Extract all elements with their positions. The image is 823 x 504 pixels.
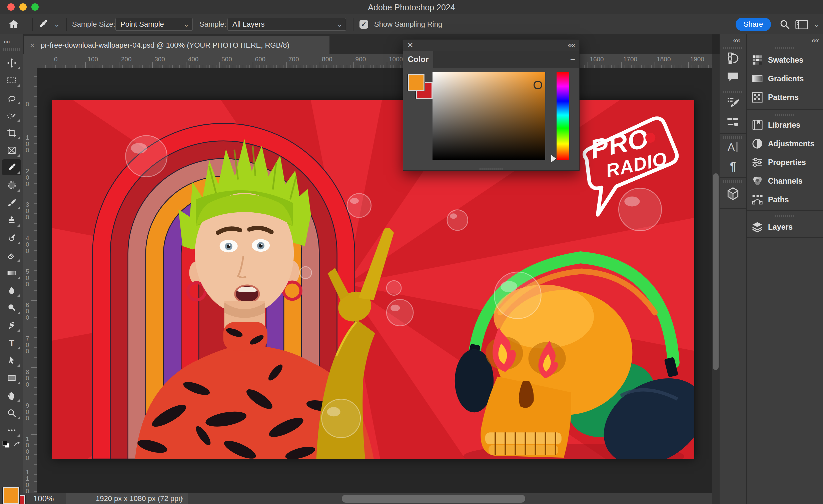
tool-clone-stamp[interactable] bbox=[2, 212, 21, 228]
color-field-marker[interactable] bbox=[533, 81, 542, 89]
panel-button-libraries[interactable]: Libraries bbox=[747, 116, 823, 134]
character-panel-icon[interactable]: A bbox=[726, 140, 739, 155]
ruler-tick bbox=[34, 377, 37, 378]
close-panel-icon[interactable]: ✕ bbox=[407, 41, 413, 50]
eyedropper-tool-preview-icon[interactable] bbox=[37, 18, 49, 31]
panel-button-channels[interactable]: Channels bbox=[747, 172, 823, 190]
group-grip[interactable] bbox=[723, 91, 743, 93]
ruler-tick bbox=[34, 83, 37, 83]
ruler-label: 6 0 0 bbox=[26, 302, 29, 321]
status-chevron-icon[interactable]: › bbox=[181, 494, 183, 503]
tool-eyedropper[interactable] bbox=[2, 159, 21, 175]
ruler-tick bbox=[34, 80, 37, 80]
tool-object-selection[interactable] bbox=[2, 107, 21, 123]
ruler-tick bbox=[31, 300, 37, 301]
ruler-tick bbox=[34, 354, 37, 354]
tool-path-selection[interactable] bbox=[2, 352, 21, 368]
tool-blur[interactable] bbox=[2, 282, 21, 298]
tool-healing-brush[interactable] bbox=[2, 177, 21, 193]
home-icon[interactable] bbox=[8, 18, 19, 31]
history-panel-icon[interactable] bbox=[726, 52, 739, 66]
swap-colors-icon[interactable] bbox=[13, 440, 22, 451]
ruler-tick bbox=[621, 62, 622, 68]
document-tab[interactable]: × pr-free-download-wallpaper-04.psd @ 10… bbox=[24, 36, 329, 54]
document-canvas[interactable]: PRO RADIO bbox=[52, 100, 694, 459]
tool-gradient[interactable] bbox=[2, 265, 21, 281]
comments-panel-icon[interactable] bbox=[726, 70, 739, 85]
sample-select[interactable]: All Layers ⌄ bbox=[227, 18, 346, 31]
tool-type[interactable]: T bbox=[2, 335, 21, 351]
tool-eraser[interactable] bbox=[2, 247, 21, 263]
show-sampling-ring-checkbox[interactable]: ✓ bbox=[359, 20, 368, 29]
tool-history-brush[interactable] bbox=[2, 230, 21, 246]
search-icon[interactable] bbox=[779, 19, 790, 31]
ruler-tick bbox=[179, 65, 180, 68]
tool-edit-toolbar[interactable] bbox=[2, 422, 21, 438]
workspace-switcher-icon[interactable] bbox=[795, 20, 808, 31]
vertical-scrollbar-thumb[interactable] bbox=[713, 173, 719, 370]
ruler-tick bbox=[287, 62, 287, 68]
titlebar: Adobe Photoshop 2024 bbox=[0, 0, 823, 14]
workspace-chevron-icon[interactable]: ⌄ bbox=[814, 20, 820, 29]
tool-brush[interactable] bbox=[2, 195, 21, 211]
share-button[interactable]: Share bbox=[735, 18, 771, 31]
group-grip[interactable] bbox=[723, 136, 743, 139]
tool-crop[interactable] bbox=[2, 125, 21, 141]
panel-button-properties[interactable]: Properties bbox=[747, 153, 823, 172]
tool-move[interactable] bbox=[2, 55, 21, 71]
default-colors-icon[interactable] bbox=[1, 440, 11, 451]
toolbar-grip[interactable] bbox=[3, 48, 21, 51]
group-grip[interactable] bbox=[775, 47, 795, 49]
collapse-icon-strip-icon[interactable]: «« bbox=[733, 36, 739, 45]
panel-button-gradients[interactable]: Gradients bbox=[747, 69, 823, 88]
hue-slider-handle[interactable] bbox=[551, 155, 556, 162]
collapse-panels-icon[interactable]: «« bbox=[812, 36, 818, 45]
panel-button-adjustments[interactable]: Adjustments bbox=[747, 134, 823, 153]
sample-size-select[interactable]: Point Sample ⌄ bbox=[115, 18, 193, 31]
tool-dodge[interactable] bbox=[2, 300, 21, 316]
group-grip[interactable] bbox=[723, 180, 743, 183]
collapse-panel-icon[interactable]: «« bbox=[568, 41, 574, 50]
horizontal-scrollbar-thumb[interactable] bbox=[342, 495, 525, 503]
paragraph-panel-icon[interactable]: ¶ bbox=[726, 160, 739, 174]
color-panel-header[interactable]: ✕ «« bbox=[403, 40, 579, 51]
tool-rectangular-marquee[interactable] bbox=[2, 72, 21, 88]
horizontal-ruler: 0100200300400500600700800900100011001200… bbox=[23, 54, 712, 68]
tool-lasso[interactable] bbox=[2, 90, 21, 106]
panel-button-patterns[interactable]: Patterns bbox=[747, 88, 823, 107]
ruler-tick bbox=[203, 65, 203, 68]
ruler-tick bbox=[270, 65, 270, 68]
tool-preset-chevron-icon[interactable]: ⌄ bbox=[54, 20, 60, 28]
expand-toolbar-icon[interactable]: »» bbox=[3, 38, 9, 45]
vertical-scrollbar[interactable] bbox=[712, 54, 720, 504]
brush-settings-panel-icon[interactable] bbox=[726, 96, 739, 110]
ruler-tick bbox=[383, 65, 384, 68]
status-bar: 100% 1920 px x 1080 px (72 ppi) › bbox=[0, 493, 712, 504]
tool-rectangle[interactable] bbox=[2, 370, 21, 386]
ruler-tick bbox=[594, 65, 595, 68]
group-grip[interactable] bbox=[775, 215, 795, 217]
tool-pen[interactable] bbox=[2, 317, 21, 333]
ruler-tick bbox=[34, 223, 37, 224]
tool-hand[interactable] bbox=[2, 387, 21, 403]
document-size-status[interactable]: 1920 px x 1080 px (72 ppi) › bbox=[66, 493, 188, 504]
materials-3d-panel-icon[interactable] bbox=[725, 186, 740, 202]
saturation-brightness-field[interactable] bbox=[433, 72, 545, 160]
hue-slider[interactable] bbox=[556, 72, 569, 160]
panel-menu-icon[interactable]: ≡ bbox=[570, 54, 575, 65]
panel-button-swatches[interactable]: Swatches bbox=[747, 51, 823, 69]
foreground-color-swatch[interactable] bbox=[3, 487, 19, 504]
brushes-panel-icon[interactable] bbox=[726, 115, 739, 130]
close-tab-icon[interactable]: × bbox=[30, 41, 35, 50]
color-panel-foreground-swatch[interactable] bbox=[408, 74, 425, 91]
group-grip[interactable] bbox=[723, 47, 743, 49]
panel-button-layers[interactable]: Layers bbox=[747, 218, 823, 236]
tool-zoom[interactable] bbox=[2, 405, 21, 421]
panel-button-paths[interactable]: Paths bbox=[747, 190, 823, 209]
zoom-level[interactable]: 100% bbox=[33, 494, 54, 503]
tool-frame[interactable] bbox=[2, 142, 21, 158]
ruler-tick bbox=[648, 65, 648, 68]
panel-resize-grip[interactable] bbox=[480, 168, 503, 170]
color-panel-tab[interactable]: Color bbox=[403, 51, 433, 68]
ruler-tick bbox=[581, 65, 581, 68]
